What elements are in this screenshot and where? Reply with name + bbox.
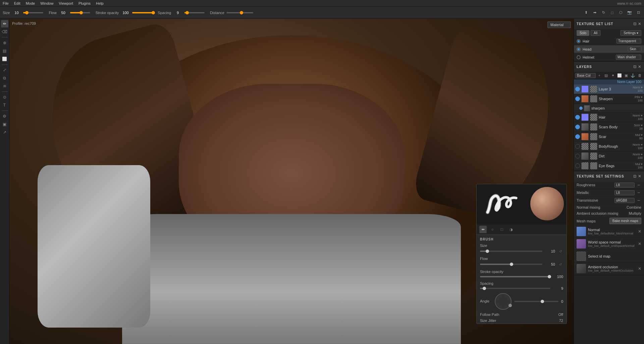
ts-item-head[interactable]: Head Skin [574,45,644,53]
dirt-visibility[interactable] [575,154,580,158]
layer-add-icon[interactable]: + [596,72,602,78]
bodyrough-visibility[interactable] [575,144,580,149]
layer3-mode[interactable]: Norm ▾ [633,86,643,89]
tool-transform[interactable]: ⤢ [1,66,8,74]
menu-window[interactable]: Window [40,1,53,5]
tool-clone[interactable]: ⧉ [1,74,8,82]
menu-mode[interactable]: Mode [26,1,35,5]
layer-mask-icon[interactable]: ⬜ [616,72,623,78]
tss-roughness-format[interactable]: L8 [614,183,635,188]
menu-edit[interactable]: Edit [14,1,20,5]
brush-size-reset-icon[interactable]: ↺ [558,249,563,254]
view-mode-dropdown[interactable]: Material [547,21,571,28]
scarsbody-visibility[interactable] [575,125,580,129]
eyebags-visibility[interactable] [575,163,580,168]
tss-close-icon[interactable]: ✕ [638,174,641,179]
ts-shader-hair[interactable]: Transparent [616,39,641,44]
layer-item-layer3[interactable]: Layer 3 Norm ▾ 100 [574,84,644,94]
tool-projection[interactable]: ⊕ [1,39,8,47]
tool-bake[interactable]: ▣ [1,121,8,128]
baked-map-wsn-close[interactable]: ✕ [638,242,641,246]
layer-add-folder-icon[interactable]: ▤ [603,72,609,78]
layer-item-sharpen-sub[interactable]: sharpen [574,104,644,113]
hair-layer-mode[interactable]: Norm ▾ [633,114,643,117]
tool-select[interactable]: ⬜ [1,55,8,63]
flow-slider[interactable] [70,12,90,13]
brush-flow-slider[interactable] [480,264,542,265]
tool-text[interactable]: T [1,101,8,109]
snapshot-icon[interactable]: ⊡ [635,10,641,16]
sharpen-sub-visibility[interactable] [579,107,583,110]
layer-fill-icon[interactable]: ▣ [623,72,629,78]
dirt-mode[interactable]: Norm ▾ [633,153,643,156]
settings-button[interactable]: Settings ▾ [621,30,641,36]
scar-visibility[interactable] [575,134,580,139]
layer-effects-icon[interactable]: ✦ [610,72,616,78]
sharpen-visibility[interactable] [575,96,580,101]
blend-mode-dropdown[interactable]: Base Col [575,73,596,78]
flip-v-icon[interactable]: ⬆ [583,10,589,16]
sharpen-mode[interactable]: Pthr ▾ [635,95,643,99]
menu-help[interactable]: Help [96,1,104,5]
spacing-slider[interactable] [184,12,205,13]
ts-radio-helmet[interactable] [577,55,581,59]
ts-collapse-icon[interactable]: ⊡ [633,22,637,26]
ts-radio-head[interactable] [577,47,581,51]
tool-smudge[interactable]: ≋ [1,82,8,90]
baked-map-normal[interactable]: Normal low_low_defaultMat_MeshNormal ✕ [574,225,644,238]
layer-item-scar[interactable]: Scar Mul ▾ 80 [574,132,644,142]
ts-radio-hair[interactable] [577,39,581,43]
bodyrough-mode[interactable]: Norm ▾ [633,143,643,146]
layer-item-scarsbody[interactable]: Scars Body Scrn ▾ 28 [574,122,644,132]
menu-plugins[interactable]: Plugins [78,1,91,5]
ts-item-hair[interactable]: Hair Transparent [574,37,644,45]
flip-h-icon[interactable]: ➡ [592,10,598,16]
camera-3d-icon[interactable]: ⬡ [618,10,624,16]
baked-map-normal-close[interactable]: ✕ [638,229,641,234]
brush-stroke-opacity-slider[interactable] [480,276,550,277]
all-button[interactable]: All [591,30,600,36]
tss-transmissive-minus[interactable]: − [636,198,641,203]
tss-metallic-minus[interactable]: − [636,190,641,195]
menu-viewport[interactable]: Viewport [59,1,73,5]
layer-item-eyebags[interactable]: Eye Bags Mul ▾ 100 [574,161,644,171]
stroke-opacity-slider[interactable] [132,12,152,13]
layers-close-icon[interactable]: ✕ [638,65,641,69]
layer-delete-icon[interactable]: 🗑 [637,72,643,78]
tool-brush[interactable]: ✏ [1,20,8,27]
layer-item-dirt[interactable]: Dirt Norm ▾ 100 [574,151,644,161]
ts-close-icon[interactable]: ✕ [638,22,641,26]
tss-roughness-minus[interactable]: − [636,182,641,188]
tool-picker[interactable]: ⊙ [1,93,8,101]
brush-flow-reset-icon[interactable]: ↺ [558,262,563,267]
brush-tab-material[interactable]: □ [498,226,505,233]
brush-tab-color[interactable]: ◑ [507,226,515,233]
tool-eraser[interactable]: ⌫ [1,28,8,36]
layer-anchor-icon[interactable]: ⚓ [630,72,636,78]
scarsbody-mode[interactable]: Scrn ▾ [634,124,643,127]
ts-shader-head[interactable]: Skin [628,47,641,52]
layer3-visibility[interactable] [575,87,580,91]
baked-map-ao-close[interactable]: ✕ [638,266,641,271]
distance-slider[interactable] [226,12,253,13]
menu-file[interactable]: File [3,1,9,5]
layers-collapse-icon[interactable]: ⊡ [633,65,637,69]
tss-metallic-format[interactable]: L8 [614,190,635,195]
viewport[interactable]: Profile: rec709 Material ✏ ○ □ [9,19,574,344]
layer-item-hair[interactable]: Hair Norm ▾ 100 [574,113,644,122]
brush-angle-wheel[interactable] [495,293,512,310]
brush-size-slider[interactable] [480,251,542,252]
ts-shader-helmet[interactable]: Main shader [616,55,641,60]
rotate-icon[interactable]: ↻ [600,10,606,16]
tool-export[interactable]: ↗ [1,129,8,136]
brush-tab-alpha[interactable]: ○ [489,226,496,233]
eyebags-mode[interactable]: Mul ▾ [635,162,643,166]
bake-mesh-maps-button[interactable]: Bake mesh maps [609,218,641,224]
layer-item-bodyrough[interactable]: BodyRough Norm ▾ 100 [574,142,644,151]
layer-item-sharpen[interactable]: Sharpen Pthr ▾ 100 [574,94,644,104]
size-slider[interactable] [23,12,43,13]
brush-angle-slider[interactable] [514,301,558,302]
brush-tab-stroke[interactable]: ✏ [479,226,487,233]
baked-map-wsn[interactable]: World space normal low_low_default_orldS… [574,238,644,250]
camera-icon[interactable]: 📷 [627,10,633,16]
